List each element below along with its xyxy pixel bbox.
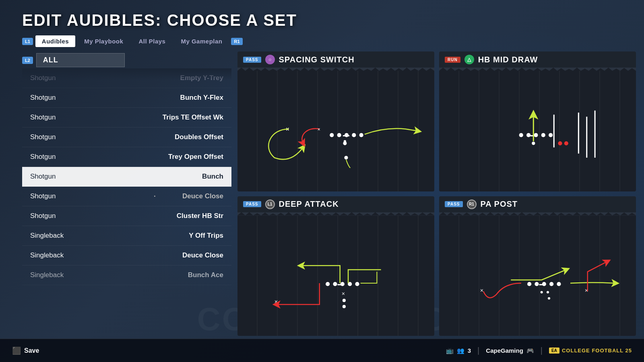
list-item-selected[interactable]: Shotgun Bunch	[22, 167, 231, 187]
svg-text:×: ×	[342, 290, 345, 296]
card-divider	[237, 212, 434, 216]
svg-point-33	[343, 305, 346, 308]
list-item[interactable]: Singleback Deuce Close	[22, 246, 231, 265]
list-item[interactable]: Shotgun Bunch Y-Flex	[22, 88, 231, 108]
separator2: |	[541, 346, 543, 355]
svg-text:×: ×	[480, 287, 483, 293]
svg-text:×: ×	[318, 127, 320, 132]
pass-badge: PASS	[243, 201, 261, 207]
play-card-hb-mid-draw[interactable]: RUN △ HB MID DRAW	[439, 51, 636, 191]
svg-point-23	[564, 141, 568, 145]
list-item[interactable]: Shotgun Cluster HB Str	[22, 206, 231, 226]
card-title: SPACING SWITCH	[279, 55, 355, 64]
card-header: PASS R1 PA POST	[439, 196, 636, 212]
username-display: CapeGaming 🎮	[486, 347, 534, 354]
svg-point-42	[548, 297, 550, 299]
svg-point-3	[352, 133, 356, 137]
users-icon: 👥	[457, 347, 464, 354]
card-title: PA POST	[481, 200, 518, 209]
svg-point-15	[519, 133, 523, 137]
list-item[interactable]: Shotgun · Deuce Close	[22, 187, 231, 206]
svg-point-1	[337, 133, 341, 137]
svg-point-22	[558, 141, 562, 145]
r1-button-icon: R1	[467, 200, 477, 209]
svg-rect-39	[539, 284, 546, 285]
save-button[interactable]: ⬛ Save	[12, 346, 39, 355]
svg-point-31	[343, 298, 346, 302]
user-info: 📺 👥 3	[446, 347, 471, 354]
play-card-deep-attack[interactable]: PASS L1 DEEP ATTACK ×	[237, 196, 434, 336]
svg-rect-5	[343, 135, 349, 136]
list-item[interactable]: Shotgun Trips TE Offset Wk	[22, 108, 231, 128]
card-field: × ×	[237, 216, 434, 336]
svg-point-10	[345, 156, 348, 159]
formation-list: Shotgun Empty Y-Trey Shotgun Bunch Y-Fle…	[22, 68, 231, 338]
tabs-bar: L1 Audibles My Playbook All Plays My Gam…	[22, 35, 243, 47]
svg-point-16	[526, 133, 530, 137]
list-item[interactable]: Singleback Y Off Trips	[22, 226, 231, 246]
svg-point-9	[344, 140, 346, 142]
triangle-button-icon: △	[464, 55, 474, 64]
svg-point-18	[541, 133, 545, 137]
card-header: PASS ○ SPACING SWITCH	[237, 51, 434, 68]
tab-my-gameplan[interactable]: My Gameplan	[174, 35, 229, 47]
card-divider	[439, 68, 636, 71]
card-title: HB MID DRAW	[478, 55, 538, 64]
svg-point-0	[330, 133, 334, 137]
user-count: 3	[468, 347, 471, 354]
circle-button-icon: ○	[265, 55, 275, 64]
separator: |	[477, 346, 479, 355]
svg-point-25	[333, 282, 337, 286]
svg-point-34	[527, 282, 531, 286]
tab-all-plays[interactable]: All Plays	[132, 35, 172, 47]
username-text: CapeGaming	[486, 347, 523, 354]
bottom-right-info: 📺 👥 3 | CapeGaming 🎮 | EA COLLEGE FOOTBA…	[446, 346, 632, 355]
play-card-spacing-switch[interactable]: PASS ○ SPACING SWITCH	[237, 51, 434, 191]
play-diagram-pa-post: × ×	[439, 216, 636, 336]
save-icon: ⬛	[12, 346, 21, 355]
card-title: DEEP ATTACK	[279, 200, 339, 209]
svg-point-41	[547, 291, 549, 293]
pass-badge: PASS	[243, 57, 261, 63]
svg-text:×: ×	[275, 298, 278, 305]
svg-point-38	[557, 282, 561, 286]
list-item[interactable]: Shotgun Empty Y-Trey	[22, 68, 231, 88]
list-item[interactable]: Shotgun Doubles Offset	[22, 128, 231, 147]
list-item[interactable]: Singleback Bunch Ace	[22, 265, 231, 285]
svg-point-35	[535, 282, 539, 286]
tab-audibles[interactable]: Audibles	[35, 35, 75, 47]
r1-badge: R1	[231, 38, 242, 45]
card-field: × ×	[237, 71, 434, 191]
l1-badge: L1	[22, 38, 33, 45]
card-divider	[439, 212, 636, 216]
card-header: RUN △ HB MID DRAW	[439, 51, 636, 68]
play-card-pa-post[interactable]: PASS R1 PA POST	[439, 196, 636, 336]
filter-select[interactable]: ALL	[36, 53, 125, 67]
save-label: Save	[24, 347, 39, 354]
l2-badge: L2	[22, 57, 33, 64]
svg-point-40	[541, 291, 543, 293]
svg-rect-29	[338, 284, 344, 285]
play-diagram-hb-mid-draw	[439, 71, 636, 191]
card-divider	[237, 68, 434, 71]
ea-badge: EA	[549, 348, 559, 354]
svg-point-28	[355, 282, 359, 286]
tv-icon: 📺	[446, 347, 454, 354]
card-field: × ×	[439, 216, 636, 336]
pass-badge: PASS	[445, 201, 463, 207]
run-badge: RUN	[445, 57, 460, 63]
svg-point-37	[549, 282, 553, 286]
bottom-bar: ⬛ Save 📺 👥 3 | CapeGaming 🎮 | EA COLLEGE…	[0, 339, 644, 362]
tab-my-playbook[interactable]: My Playbook	[78, 35, 130, 47]
svg-point-19	[549, 133, 553, 137]
controller-icon: 🎮	[526, 347, 534, 354]
filter-row: L2 ALL	[22, 53, 125, 67]
game-logo: EA COLLEGE FOOTBALL 25	[549, 348, 632, 354]
list-item[interactable]: Shotgun Trey Open Offset	[22, 147, 231, 167]
l1-button-icon: L1	[265, 200, 275, 209]
play-diagram-spacing-switch: × ×	[237, 71, 434, 191]
svg-point-4	[359, 133, 363, 137]
play-cards-grid: PASS ○ SPACING SWITCH	[237, 51, 636, 336]
card-header: PASS L1 DEEP ATTACK	[237, 196, 434, 212]
svg-point-21	[532, 142, 535, 145]
